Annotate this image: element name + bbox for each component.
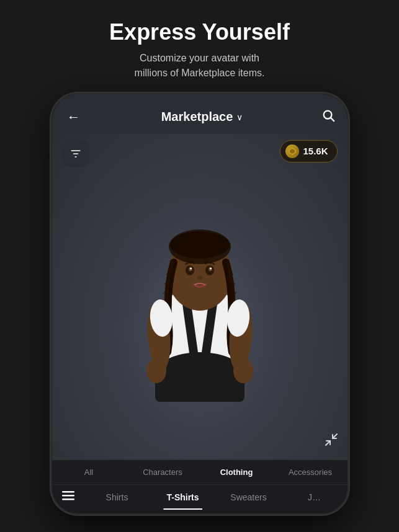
svg-rect-11 [155, 365, 244, 402]
hero-subtitle: Customize your avatar withmillions of Ma… [135, 51, 265, 81]
svg-point-19 [210, 268, 212, 270]
back-button[interactable]: ← [65, 107, 83, 128]
svg-line-1 [331, 118, 334, 121]
robux-amount: 15.6K [303, 146, 328, 156]
svg-point-18 [190, 268, 192, 270]
subtab-sweaters[interactable]: Sweaters [216, 486, 282, 508]
tab-all[interactable]: All [52, 460, 126, 484]
subtab-jackets[interactable]: J… [282, 486, 347, 508]
subtab-tshirts[interactable]: T-Shirts [150, 486, 216, 508]
svg-point-38 [233, 358, 253, 383]
header-title-area: Marketplace ∨ [161, 110, 243, 124]
phone-screen: ← Marketplace ∨ [52, 94, 347, 513]
tab-accessories[interactable]: Accessories [274, 460, 347, 484]
robux-coin-icon [285, 144, 299, 158]
compress-button[interactable] [324, 432, 339, 451]
svg-rect-41 [62, 491, 74, 493]
sort-filter-button[interactable] [52, 485, 84, 510]
avatar-area: 15.6K [52, 134, 347, 459]
filter-button[interactable] [62, 140, 89, 167]
marketplace-title: Marketplace [161, 110, 233, 124]
svg-line-40 [333, 434, 337, 438]
search-button[interactable] [321, 109, 335, 126]
chevron-down-icon[interactable]: ∨ [236, 112, 243, 122]
svg-rect-42 [62, 495, 74, 497]
svg-point-37 [146, 358, 166, 383]
svg-point-20 [197, 276, 202, 280]
svg-line-39 [326, 441, 330, 445]
tab-characters[interactable]: Characters [126, 460, 200, 484]
tab-clothing[interactable]: Clothing [200, 460, 274, 484]
robux-badge: 15.6K [280, 140, 337, 162]
svg-rect-43 [62, 499, 74, 500]
category-tabs: All Characters Clothing Accessories [52, 459, 347, 484]
phone-mockup: ← Marketplace ∨ [51, 93, 349, 515]
sub-tabs: Shirts T-Shirts Sweaters J… [52, 484, 347, 513]
subtab-shirts[interactable]: Shirts [84, 486, 150, 508]
hero-section: Express Yourself Customize your avatar w… [0, 0, 399, 93]
svg-point-22 [169, 229, 231, 264]
hero-title: Express Yourself [109, 20, 290, 45]
avatar-figure [119, 166, 280, 427]
screen-header: ← Marketplace ∨ [52, 94, 347, 134]
